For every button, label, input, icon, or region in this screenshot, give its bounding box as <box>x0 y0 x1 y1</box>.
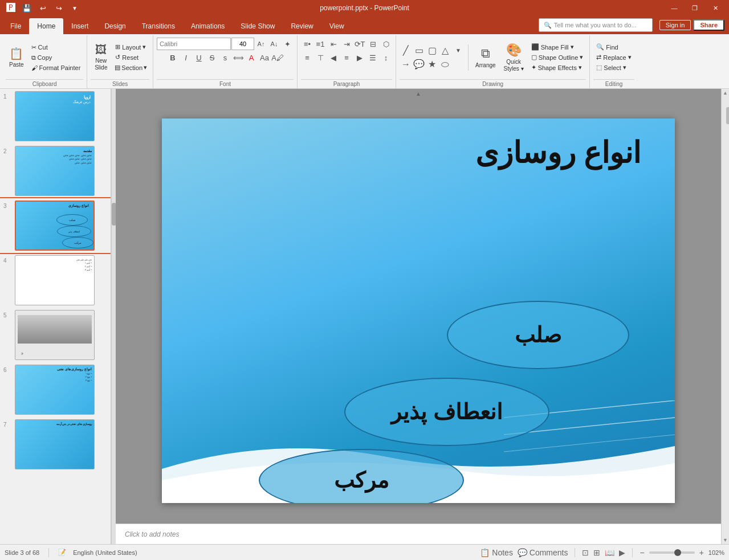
find-button[interactable]: 🔍 Find <box>593 42 634 52</box>
tab-review[interactable]: Review <box>283 18 321 34</box>
slide-item-4[interactable]: 4 متن متن متن متن• آیتم ۱• آیتم ۲• آیتم … <box>0 253 111 308</box>
ellipse-2[interactable]: انعطاف پذیر <box>344 378 549 446</box>
format-painter-button[interactable]: 🖌 Format Painter <box>28 63 84 72</box>
arrange-button[interactable]: ⧉ Arrange <box>472 40 499 75</box>
tab-insert[interactable]: Insert <box>63 18 96 34</box>
shadow-button[interactable]: s <box>219 51 231 64</box>
zoom-slider[interactable] <box>649 551 695 554</box>
clear-format-button[interactable]: ✦ <box>281 38 294 50</box>
tab-animations[interactable]: Animations <box>183 18 233 34</box>
tab-home[interactable]: Home <box>29 18 63 34</box>
save-button[interactable]: 💾 <box>21 2 33 14</box>
slide-thumb-2[interactable]: مقدمه متن متن متن متن متنمتن متن متن متن… <box>15 146 95 196</box>
slide-item-3[interactable]: 3 انواع روسازی صلب انعطاف پذیر مرکب <box>0 198 111 253</box>
zoom-out-button[interactable]: − <box>640 548 644 557</box>
smartart-button[interactable]: ⬡ <box>380 38 392 50</box>
tab-design[interactable]: Design <box>96 18 133 34</box>
paste-button[interactable]: 📋 Paste <box>6 40 27 75</box>
slide-thumb-1[interactable]: اروپا درس فرهنگ <box>15 91 95 141</box>
tab-file[interactable]: File <box>2 18 29 34</box>
zoom-thumb[interactable] <box>674 549 681 556</box>
slide-item-2[interactable]: 2 مقدمه متن متن متن متن متنمتن متن متن م… <box>0 144 111 198</box>
layout-button[interactable]: ⊞ Layout ▾ <box>112 42 149 52</box>
slide-thumb-3[interactable]: انواع روسازی صلب انعطاف پذیر مرکب <box>15 201 95 251</box>
restore-button[interactable]: ❐ <box>686 0 704 16</box>
ellipse-1[interactable]: صلب <box>447 301 629 369</box>
slide-title[interactable]: انواع روسازی <box>475 136 641 170</box>
bullets-button[interactable]: ≡• <box>301 38 313 50</box>
bold-button[interactable]: B <box>166 51 179 64</box>
align-center-button[interactable]: ≡ <box>340 51 353 64</box>
slide-thumb-5[interactable]: 🌫 <box>15 310 95 360</box>
replace-button[interactable]: ⇄ Replace ▾ <box>593 52 634 62</box>
line-shape[interactable]: ╱ <box>400 44 412 57</box>
arrow-shape[interactable]: → <box>400 58 412 71</box>
scroll-up-button[interactable]: ▲ <box>723 89 728 96</box>
font-name-input[interactable] <box>157 38 231 50</box>
slide-item-6[interactable]: 6 انواع روسازی های نفتی • نوع ۱• نوع ۲• … <box>0 362 111 417</box>
undo-button[interactable]: ↩ <box>36 2 49 14</box>
font-size-input[interactable] <box>231 38 254 50</box>
strikethrough-button[interactable]: S <box>206 51 218 64</box>
star-shape[interactable]: ★ <box>426 58 438 71</box>
new-slide-button[interactable]: 🖼 NewSlide <box>91 40 111 75</box>
cut-button[interactable]: ✂ Cut <box>28 43 84 52</box>
select-button[interactable]: ⬚ Select ▾ <box>593 63 634 72</box>
underline-button[interactable]: U <box>193 51 205 64</box>
quick-access-more[interactable]: ▼ <box>68 2 81 14</box>
font-case-button[interactable]: Aa <box>258 51 271 64</box>
normal-view-button[interactable]: ⊡ <box>582 548 589 557</box>
columns-button[interactable]: ⊟ <box>366 38 379 50</box>
slideshow-button[interactable]: ▶ <box>619 548 625 557</box>
slide-thumb-6[interactable]: انواع روسازی های نفتی • نوع ۱• نوع ۲• نو… <box>15 365 95 415</box>
scroll-thumb[interactable] <box>726 107 730 124</box>
align-right-button[interactable]: ▶ <box>353 51 366 64</box>
close-button[interactable]: ✕ <box>706 0 724 16</box>
increase-indent-button[interactable]: ⇥ <box>340 38 353 50</box>
reset-button[interactable]: ↺ Reset <box>112 52 149 62</box>
slide-canvas-wrapper[interactable]: انواع روسازی صلب انعطاف پذیر مرکب <box>116 98 721 524</box>
shape-outline-button[interactable]: ▢ Shape Outline ▾ <box>528 52 587 62</box>
slide-thumb-7[interactable]: روسازی های نفتی در بتن آرمه <box>15 419 95 469</box>
minimize-button[interactable]: — <box>665 0 683 16</box>
triangle-shape[interactable]: △ <box>439 44 451 57</box>
text-direction2-button[interactable]: ≡ <box>301 51 313 64</box>
slide-item-7[interactable]: 7 روسازی های نفتی در بتن آرمه <box>0 417 111 472</box>
rect-shape[interactable]: ▭ <box>413 44 425 57</box>
share-button[interactable]: Share <box>693 19 724 31</box>
justify-button[interactable]: ☰ <box>366 51 379 64</box>
tab-slideshow[interactable]: Slide Show <box>233 18 283 34</box>
numbering-button[interactable]: ≡1 <box>314 38 327 50</box>
font-color-button[interactable]: A <box>245 51 258 64</box>
line-spacing-button[interactable]: ↕ <box>380 51 392 64</box>
tab-view[interactable]: View <box>321 18 352 34</box>
rounded-rect-shape[interactable]: ▢ <box>426 44 438 57</box>
text-direction-button[interactable]: ⟳T <box>353 38 366 50</box>
callout-shape[interactable]: 💬 <box>413 58 425 71</box>
decrease-font-button[interactable]: A↓ <box>268 38 280 50</box>
char-spacing-button[interactable]: ⟺ <box>232 51 245 64</box>
quick-styles-button[interactable]: 🎨 QuickStyles ▾ <box>500 40 527 75</box>
increase-font-button[interactable]: A↑ <box>255 38 267 50</box>
tell-me-box[interactable]: 🔍 Tell me what you want to do... <box>539 18 653 32</box>
comments-button[interactable]: 💬 Comments <box>518 548 568 557</box>
font-highlight-button[interactable]: A🖊 <box>271 51 284 64</box>
slide-canvas[interactable]: انواع روسازی صلب انعطاف پذیر مرکب <box>162 118 675 503</box>
align-left-button[interactable]: ◀ <box>327 51 340 64</box>
right-scrollbar[interactable]: ▲ ▼ <box>721 89 729 544</box>
slide-item-5[interactable]: 5 🌫 <box>0 308 111 362</box>
shape-effects-button[interactable]: ✦ Shape Effects ▾ <box>528 63 587 72</box>
slide-sorter-button[interactable]: ⊞ <box>593 548 600 557</box>
decrease-indent-button[interactable]: ⇤ <box>327 38 340 50</box>
notes-bar[interactable]: Click to add notes <box>116 524 721 544</box>
tab-transitions[interactable]: Transitions <box>134 18 183 34</box>
signin-button[interactable]: Sign in <box>659 20 691 30</box>
notes-button[interactable]: 📋 Notes <box>480 548 512 557</box>
copy-button[interactable]: ⧉ Copy <box>28 53 84 63</box>
slide-thumb-4[interactable]: متن متن متن متن• آیتم ۱• آیتم ۲• آیتم ۳ <box>15 255 95 305</box>
oval-shape[interactable]: ⬭ <box>439 58 451 71</box>
reading-view-button[interactable]: 📖 <box>605 548 614 557</box>
scroll-down-button[interactable]: ▼ <box>723 537 728 544</box>
slide-panel-scrollbar[interactable] <box>111 89 116 544</box>
shape-fill-button[interactable]: ⬛ Shape Fill ▾ <box>528 42 587 52</box>
